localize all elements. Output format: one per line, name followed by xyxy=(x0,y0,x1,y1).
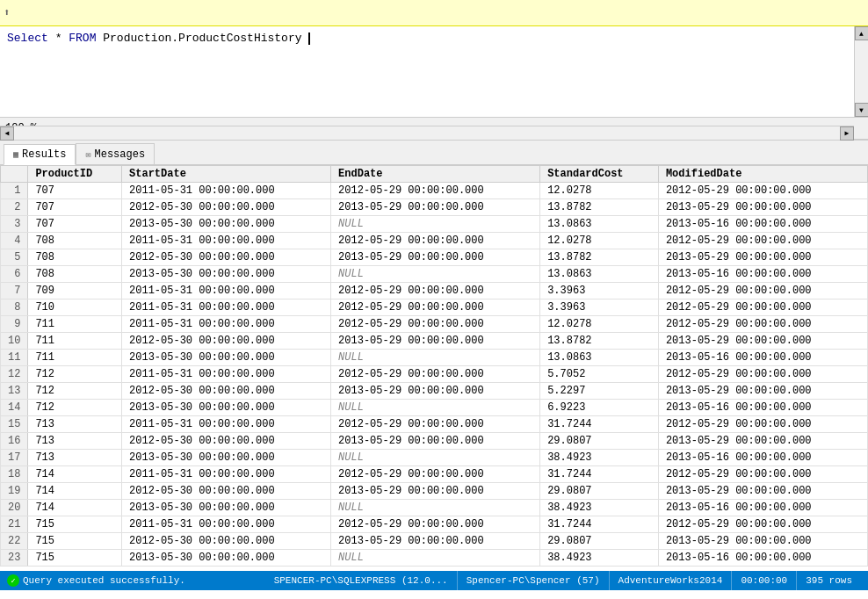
cell-productid: 711 xyxy=(28,333,122,350)
table-row[interactable]: 127122011-05-31 00:00:00.0002012-05-29 0… xyxy=(1,366,868,383)
cursor xyxy=(308,32,310,45)
tab-results-label: Results xyxy=(22,148,66,161)
table-row[interactable]: 227152012-05-30 00:00:00.0002013-05-29 0… xyxy=(1,533,868,550)
table-row[interactable]: 177132013-05-30 00:00:00.000NULL38.49232… xyxy=(1,450,868,466)
table-row[interactable]: 77092011-05-31 00:00:00.0002012-05-29 00… xyxy=(1,283,868,300)
cell-modifieddate: 2013-05-29 00:00:00.000 xyxy=(658,333,867,350)
table-row[interactable]: 47082011-05-31 00:00:00.0002012-05-29 00… xyxy=(1,233,868,249)
cell-productid: 712 xyxy=(28,366,122,383)
message-icon: ✉ xyxy=(85,149,90,160)
cell-modifieddate: 2013-05-29 00:00:00.000 xyxy=(658,199,867,216)
sql-wildcard: * xyxy=(55,32,69,45)
table-row[interactable]: 37072013-05-30 00:00:00.000NULL13.086320… xyxy=(1,216,868,233)
hscroll-left-arrow[interactable]: ◀ xyxy=(0,126,14,141)
cell-enddate: 2012-05-29 00:00:00.000 xyxy=(331,416,540,433)
cell-modifieddate: 2013-05-16 00:00:00.000 xyxy=(658,550,867,567)
cell-modifieddate: 2013-05-16 00:00:00.000 xyxy=(658,216,867,233)
table-row[interactable]: 207142013-05-30 00:00:00.000NULL38.49232… xyxy=(1,500,868,516)
cell-startdate: 2011-05-31 00:00:00.000 xyxy=(122,516,331,533)
tab-results[interactable]: ▦ Results xyxy=(4,144,76,165)
table-row[interactable]: 167132012-05-30 00:00:00.0002013-05-29 0… xyxy=(1,433,868,450)
status-bar: ✓ Query executed successfully. SPENCER-P… xyxy=(0,571,868,590)
row-number: 17 xyxy=(1,450,28,466)
cell-modifieddate: 2013-05-16 00:00:00.000 xyxy=(658,400,867,416)
cell-enddate: 2013-05-29 00:00:00.000 xyxy=(331,249,540,266)
col-standardcost[interactable]: StandardCost xyxy=(540,166,659,183)
row-number: 12 xyxy=(1,366,28,383)
cell-startdate: 2011-05-31 00:00:00.000 xyxy=(122,416,331,433)
row-number: 8 xyxy=(1,300,28,316)
results-table-container: ProductID StartDate EndDate StandardCost… xyxy=(0,165,868,571)
cell-modifieddate: 2012-05-29 00:00:00.000 xyxy=(658,366,867,383)
table-row[interactable]: 97112011-05-31 00:00:00.0002012-05-29 00… xyxy=(1,316,868,333)
editor-horizontal-scrollbar[interactable]: ◀ ▶ xyxy=(0,126,854,140)
row-number: 15 xyxy=(1,416,28,433)
cell-startdate: 2013-05-30 00:00:00.000 xyxy=(122,216,331,233)
table-row[interactable]: 57082012-05-30 00:00:00.0002013-05-29 00… xyxy=(1,249,868,266)
cell-enddate: 2013-05-29 00:00:00.000 xyxy=(331,199,540,216)
table-row[interactable]: 27072012-05-30 00:00:00.0002013-05-29 00… xyxy=(1,199,868,216)
cell-startdate: 2013-05-30 00:00:00.000 xyxy=(122,450,331,466)
col-modifieddate[interactable]: ModifiedDate xyxy=(658,166,867,183)
status-right: SPENCER-PC\SQLEXPRESS (12.0... Spencer-P… xyxy=(265,571,861,590)
table-row[interactable]: 217152011-05-31 00:00:00.0002012-05-29 0… xyxy=(1,516,868,533)
row-number: 21 xyxy=(1,516,28,533)
table-row[interactable]: 87102011-05-31 00:00:00.0002012-05-29 00… xyxy=(1,300,868,316)
scroll-up-arrow[interactable]: ▲ xyxy=(855,26,869,40)
row-number: 10 xyxy=(1,333,28,350)
cell-enddate: 2012-05-29 00:00:00.000 xyxy=(331,366,540,383)
cell-enddate: 2012-05-29 00:00:00.000 xyxy=(331,516,540,533)
col-enddate[interactable]: EndDate xyxy=(331,166,540,183)
table-row[interactable]: 197142012-05-30 00:00:00.0002013-05-29 0… xyxy=(1,483,868,500)
cell-startdate: 2013-05-30 00:00:00.000 xyxy=(122,350,331,366)
sql-editor[interactable]: Select * FROM Production.ProductCostHist… xyxy=(0,26,868,117)
cell-standardcost: 13.0863 xyxy=(540,350,659,366)
cell-enddate: 2012-05-29 00:00:00.000 xyxy=(331,466,540,483)
cell-enddate: NULL xyxy=(331,450,540,466)
hscroll-right-arrow[interactable]: ▶ xyxy=(840,126,854,141)
cell-startdate: 2013-05-30 00:00:00.000 xyxy=(122,266,331,283)
cell-standardcost: 13.8782 xyxy=(540,249,659,266)
cell-startdate: 2011-05-31 00:00:00.000 xyxy=(122,366,331,383)
cell-modifieddate: 2013-05-29 00:00:00.000 xyxy=(658,533,867,550)
tab-messages[interactable]: ✉ Messages xyxy=(76,143,155,164)
cell-modifieddate: 2013-05-16 00:00:00.000 xyxy=(658,350,867,366)
table-row[interactable]: 147122013-05-30 00:00:00.000NULL6.922320… xyxy=(1,400,868,416)
table-row[interactable]: 237152013-05-30 00:00:00.000NULL38.49232… xyxy=(1,550,868,567)
table-row[interactable]: 137122012-05-30 00:00:00.0002013-05-29 0… xyxy=(1,383,868,400)
cell-enddate: NULL xyxy=(331,400,540,416)
cell-productid: 715 xyxy=(28,516,122,533)
keyword-from: FROM xyxy=(69,32,96,45)
results-table-wrapper[interactable]: ProductID StartDate EndDate StandardCost… xyxy=(0,165,868,571)
editor-vertical-scrollbar[interactable]: ▲ ▼ xyxy=(854,26,868,117)
cell-startdate: 2012-05-30 00:00:00.000 xyxy=(122,433,331,450)
status-server: SPENCER-PC\SQLEXPRESS (12.0... xyxy=(265,571,457,590)
cell-standardcost: 6.9223 xyxy=(540,400,659,416)
cell-startdate: 2012-05-30 00:00:00.000 xyxy=(122,383,331,400)
cell-modifieddate: 2012-05-29 00:00:00.000 xyxy=(658,233,867,249)
row-number: 9 xyxy=(1,316,28,333)
cell-standardcost: 29.0807 xyxy=(540,433,659,450)
col-productid[interactable]: ProductID xyxy=(28,166,122,183)
table-row[interactable]: 187142011-05-31 00:00:00.0002012-05-29 0… xyxy=(1,466,868,483)
table-row[interactable]: 157132011-05-31 00:00:00.0002012-05-29 0… xyxy=(1,416,868,433)
zoom-bar: 100 % ◀ ▶ ◀ ▶ xyxy=(0,117,868,140)
table-row[interactable]: 67082013-05-30 00:00:00.000NULL13.086320… xyxy=(1,266,868,283)
cell-productid: 715 xyxy=(28,533,122,550)
status-time: 00:00:00 xyxy=(731,571,796,590)
scroll-down-arrow[interactable]: ▼ xyxy=(855,103,869,117)
row-number: 4 xyxy=(1,233,28,249)
cell-startdate: 2013-05-30 00:00:00.000 xyxy=(122,500,331,516)
col-row-num xyxy=(1,166,28,183)
cell-startdate: 2011-05-31 00:00:00.000 xyxy=(122,316,331,333)
row-number: 23 xyxy=(1,550,28,567)
table-row[interactable]: 107112012-05-30 00:00:00.0002013-05-29 0… xyxy=(1,333,868,350)
status-row-count: 395 rows xyxy=(796,571,861,590)
col-startdate[interactable]: StartDate xyxy=(122,166,331,183)
table-row[interactable]: 17072011-05-31 00:00:00.0002012-05-29 00… xyxy=(1,183,868,199)
cell-standardcost: 12.0278 xyxy=(540,233,659,249)
cell-enddate: NULL xyxy=(331,266,540,283)
cell-enddate: 2013-05-29 00:00:00.000 xyxy=(331,433,540,450)
row-number: 11 xyxy=(1,350,28,366)
table-row[interactable]: 117112013-05-30 00:00:00.000NULL13.08632… xyxy=(1,350,868,366)
